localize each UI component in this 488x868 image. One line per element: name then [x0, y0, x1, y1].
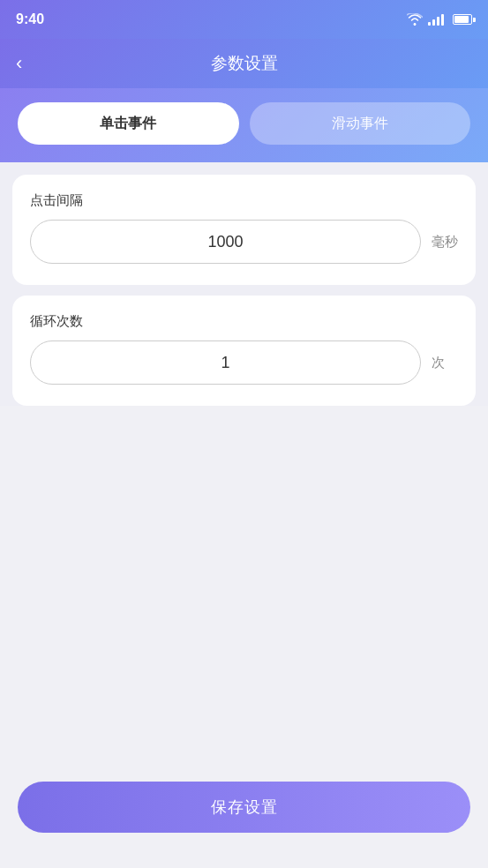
content-area: 点击间隔 毫秒 循环次数 次: [0, 162, 488, 406]
status-time: 9:40: [16, 11, 44, 27]
status-icons: [407, 13, 472, 26]
click-interval-input[interactable]: [30, 220, 421, 264]
loop-count-input[interactable]: [30, 340, 421, 385]
tab-container: 单击事件 滑动事件: [0, 88, 488, 162]
tab-click-event[interactable]: 单击事件: [18, 102, 239, 145]
status-bar: 9:40: [0, 0, 488, 39]
click-interval-card: 点击间隔 毫秒: [12, 175, 476, 285]
wifi-icon: [407, 13, 423, 26]
click-interval-unit: 毫秒: [432, 234, 458, 251]
click-interval-label: 点击间隔: [30, 192, 458, 209]
save-button[interactable]: 保存设置: [18, 782, 470, 833]
header: ‹ 参数设置: [0, 39, 488, 88]
click-interval-row: 毫秒: [30, 220, 458, 264]
signal-icon: [428, 13, 444, 26]
save-button-container: 保存设置: [18, 782, 470, 833]
tab-swipe-event[interactable]: 滑动事件: [250, 102, 471, 145]
loop-count-row: 次: [30, 340, 458, 385]
page-title: 参数设置: [211, 52, 278, 75]
loop-count-card: 循环次数 次: [12, 296, 476, 406]
loop-count-unit: 次: [432, 355, 458, 371]
back-button[interactable]: ‹: [16, 52, 22, 75]
battery-icon: [453, 14, 472, 25]
loop-count-label: 循环次数: [30, 313, 458, 330]
